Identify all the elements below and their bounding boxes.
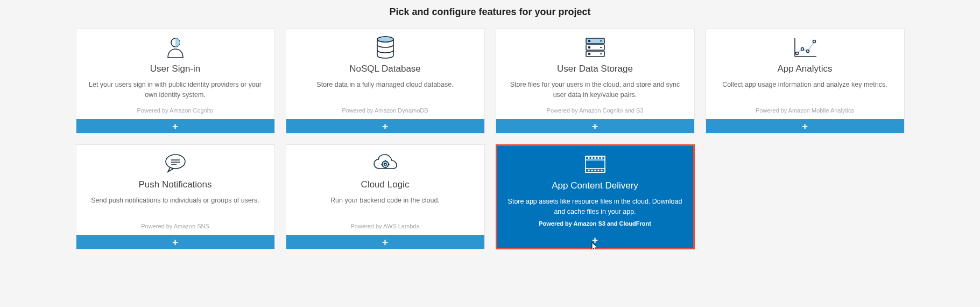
svg-point-23: [384, 163, 386, 165]
feature-grid: User Sign-in Let your users sign in with…: [0, 29, 980, 249]
card-body: NoSQL Database Store data in a fully man…: [286, 29, 484, 119]
card-cloud-logic[interactable]: Cloud Logic Run your backend code in the…: [286, 144, 485, 249]
card-user-data-storage[interactable]: User Data Storage Store files for your u…: [496, 29, 695, 134]
card-desc: Let your users sign in with public ident…: [86, 80, 265, 104]
card-title: User Data Storage: [557, 64, 633, 74]
svg-point-39: [598, 170, 599, 171]
card-title: App Analytics: [777, 64, 832, 74]
card-body: Cloud Logic Run your backend code in the…: [286, 145, 484, 235]
svg-point-7: [588, 47, 590, 48]
card-user-signin[interactable]: User Sign-in Let your users sign in with…: [76, 29, 275, 134]
card-desc: Run your backend code in the cloud.: [330, 196, 440, 220]
svg-point-2: [377, 37, 393, 42]
svg-point-34: [598, 158, 599, 159]
card-title: User Sign-in: [150, 64, 201, 74]
analytics-icon: [792, 36, 819, 59]
card-desc: Store app assets like resource files in …: [507, 197, 683, 217]
card-title: NoSQL Database: [349, 64, 421, 74]
card-body: App Analytics Collect app usage informat…: [706, 29, 904, 119]
card-powered: Powered by AWS Lambda: [351, 223, 420, 229]
plus-icon: +: [382, 121, 388, 131]
card-nosql-database[interactable]: NoSQL Database Store data in a fully man…: [286, 29, 485, 134]
svg-point-15: [801, 48, 803, 51]
svg-point-38: [595, 170, 596, 171]
user-icon: [165, 36, 186, 59]
svg-point-33: [595, 158, 596, 159]
card-body: User Data Storage Store files for your u…: [496, 29, 694, 119]
card-body: User Sign-in Let your users sign in with…: [76, 29, 274, 119]
card-powered: Powered by Amazon DynamoDB: [342, 107, 428, 114]
add-button[interactable]: +: [286, 235, 484, 249]
card-desc: Store data in a fully managed cloud data…: [316, 80, 453, 104]
storage-icon: [584, 36, 607, 59]
card-app-content-delivery[interactable]: App Content Delivery Store app assets li…: [496, 144, 695, 249]
add-button[interactable]: +: [76, 119, 274, 133]
plus-icon: +: [802, 121, 808, 131]
svg-point-14: [795, 52, 798, 55]
card-body: App Content Delivery Store app assets li…: [497, 146, 693, 232]
svg-point-6: [588, 40, 590, 42]
card-powered: Powered by Amazon Cognito: [137, 107, 214, 114]
svg-point-18: [166, 155, 185, 169]
card-powered: Powered by Amazon Cognito and S3: [547, 107, 644, 114]
cloud-logic-icon: [372, 151, 399, 175]
plus-icon: +: [172, 237, 178, 247]
page-title: Pick and configure features for your pro…: [0, 0, 980, 29]
notifications-icon: [164, 151, 187, 175]
svg-point-40: [601, 170, 602, 171]
plus-icon: +: [592, 121, 598, 131]
card-title: App Content Delivery: [552, 180, 638, 191]
card-desc: Collect app usage information and analyz…: [722, 80, 887, 104]
svg-point-31: [588, 158, 589, 159]
card-body: Push Notifications Send push notificatio…: [76, 145, 274, 235]
add-button[interactable]: +: [496, 119, 694, 133]
card-title: Cloud Logic: [361, 179, 410, 190]
svg-point-35: [601, 158, 602, 159]
svg-point-16: [806, 50, 809, 53]
svg-point-17: [813, 40, 815, 43]
add-button[interactable]: +: [706, 119, 904, 133]
card-desc: Store files for your users in the cloud,…: [506, 80, 685, 104]
svg-point-36: [588, 170, 589, 171]
card-title: Push Notifications: [138, 179, 211, 190]
card-desc: Send push notifications to individuals o…: [91, 196, 259, 220]
card-powered: Powered by Amazon Mobile Analytics: [756, 107, 854, 114]
database-icon: [375, 36, 396, 59]
card-powered: Powered by Amazon S3 and CloudFront: [539, 220, 651, 227]
content-delivery-icon: [583, 152, 607, 176]
svg-point-37: [591, 170, 593, 171]
svg-point-8: [588, 53, 590, 55]
plus-icon: +: [172, 121, 178, 131]
card-app-analytics[interactable]: App Analytics Collect app usage informat…: [706, 29, 905, 134]
plus-icon: +: [382, 237, 388, 247]
card-powered: Powered by Amazon SNS: [141, 223, 209, 229]
card-push-notifications[interactable]: Push Notifications Send push notificatio…: [76, 144, 275, 249]
svg-point-32: [591, 158, 593, 159]
add-button[interactable]: +: [286, 119, 484, 133]
add-button[interactable]: +: [76, 235, 274, 249]
mouse-cursor-icon: [591, 241, 600, 249]
